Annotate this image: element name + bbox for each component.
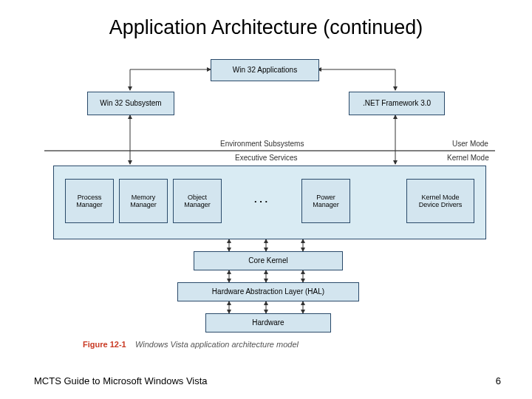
box-core-kernel: Core Kernel: [194, 251, 343, 270]
box-object-manager: Object Manager: [173, 179, 222, 223]
footer-text: MCTS Guide to Microsoft Windows Vista: [34, 375, 208, 386]
box-process-manager: Process Manager: [65, 179, 114, 223]
figure-text: Windows Vista application architecture m…: [135, 340, 299, 349]
figure-number: Figure 12-1: [83, 340, 126, 349]
label-kernel-mode: Kernel Mode: [447, 154, 489, 162]
label-user-mode: User Mode: [452, 140, 488, 148]
page-number: 6: [496, 375, 501, 386]
box-hal: Hardware Abstraction Layer (HAL): [177, 282, 359, 301]
box-win32-subsystem: Win 32 Subsystem: [87, 92, 174, 115]
box-kernel-mode-drivers: Kernel Mode Device Drivers: [406, 179, 474, 223]
ellipsis: . . .: [228, 194, 294, 205]
box-net-framework: .NET Framework 3.0: [349, 92, 445, 115]
box-power-manager: Power Manager: [301, 179, 350, 223]
box-win32-apps: Win 32 Applications: [211, 59, 319, 81]
box-memory-manager: Memory Manager: [119, 179, 168, 223]
label-env-subsystems: Environment Subsystems: [220, 140, 304, 148]
label-executive-services: Executive Services: [235, 154, 297, 162]
figure-caption: Figure 12-1 Windows Vista application ar…: [83, 340, 299, 349]
slide-title: Application Architecture (continued): [0, 16, 532, 39]
box-hardware: Hardware: [205, 313, 331, 332]
architecture-diagram: Win 32 Applications Win 32 Subsystem .NE…: [44, 55, 495, 350]
